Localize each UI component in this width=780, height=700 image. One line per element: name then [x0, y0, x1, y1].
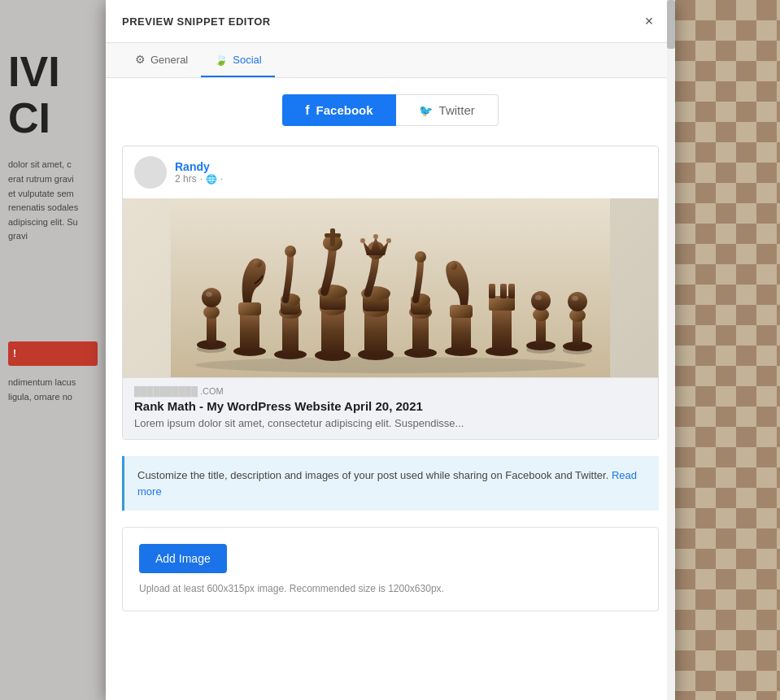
fb-meta-separator: · — [200, 173, 203, 185]
bg-paragraph1: dolor sit amet, cerat rutrum graviet vul… — [8, 158, 98, 244]
tab-general-label: General — [150, 54, 188, 66]
svg-rect-44 — [451, 315, 471, 351]
svg-rect-52 — [508, 284, 515, 298]
svg-rect-48 — [492, 308, 512, 351]
fb-username: Randy — [175, 160, 223, 173]
tab-social[interactable]: 🍃 Social — [201, 43, 274, 77]
bg-title: IVI CI — [8, 49, 98, 141]
fb-card-title: Rank Math - My WordPress Website April 2… — [134, 399, 647, 413]
svg-point-34 — [373, 234, 378, 239]
svg-point-6 — [202, 288, 221, 307]
svg-point-63 — [568, 292, 587, 311]
fb-preview-image — [123, 198, 658, 377]
social-icon: 🍃 — [214, 53, 228, 66]
bg-left-panel: IVI CI dolor sit amet, cerat rutrum grav… — [0, 0, 106, 700]
svg-point-42 — [418, 252, 423, 257]
fb-domain: ██████████ .COM — [134, 386, 647, 396]
svg-point-11 — [254, 259, 262, 267]
close-button[interactable]: × — [639, 11, 659, 31]
globe-icon: 🌐 — [206, 174, 217, 185]
svg-rect-50 — [489, 284, 495, 298]
fb-meta: 2 hrs · 🌐 · — [175, 173, 223, 185]
facebook-preview-card: Randy 2 hrs · 🌐 · — [122, 146, 659, 440]
modal-tabs: ⚙ General 🍃 Social — [106, 43, 675, 78]
svg-point-57 — [531, 291, 551, 311]
svg-point-33 — [360, 238, 365, 243]
twitter-button-label: Twitter — [439, 103, 475, 117]
modal-body: f Facebook 🐦 Twitter Randy 2 hrs · 🌐 — [106, 78, 675, 700]
fb-card-header: Randy 2 hrs · 🌐 · — [123, 146, 658, 198]
info-box: Customize the title, description and ima… — [122, 456, 659, 511]
modal-scrollbar[interactable] — [667, 0, 675, 700]
tab-general[interactable]: ⚙ General — [122, 43, 201, 77]
svg-point-18 — [288, 246, 293, 251]
facebook-button[interactable]: f Facebook — [282, 94, 395, 126]
svg-point-7 — [206, 292, 212, 297]
fb-card-footer: ██████████ .COM Rank Math - My WordPress… — [123, 377, 658, 439]
svg-point-35 — [386, 238, 391, 243]
bg-cta-button[interactable]: ! — [8, 341, 98, 366]
bg-paragraph2: ndimentum lacusligula, ornare no — [8, 376, 98, 404]
fb-time: 2 hrs — [175, 173, 197, 185]
tab-social-label: Social — [233, 54, 261, 66]
svg-point-58 — [535, 295, 542, 300]
svg-rect-26 — [325, 233, 341, 237]
facebook-button-label: Facebook — [316, 103, 373, 117]
twitter-bird-icon: 🐦 — [419, 104, 433, 117]
modal-scrollbar-thumb[interactable] — [667, 0, 675, 49]
modal-header: PREVIEW SNIPPET EDITOR × — [106, 0, 675, 43]
add-image-section: Add Image Upload at least 600x315px imag… — [122, 527, 659, 611]
svg-point-46 — [449, 262, 457, 270]
fb-dot: · — [220, 173, 223, 185]
svg-rect-9 — [240, 312, 259, 351]
svg-point-64 — [572, 296, 578, 301]
gear-icon: ⚙ — [135, 53, 146, 66]
svg-point-1 — [195, 357, 586, 373]
social-platform-buttons: f Facebook 🐦 Twitter — [122, 94, 659, 126]
preview-snippet-editor-modal: PREVIEW SNIPPET EDITOR × ⚙ General 🍃 Soc… — [106, 0, 675, 700]
svg-rect-10 — [238, 302, 261, 315]
svg-rect-45 — [450, 305, 473, 318]
fb-card-description: Lorem ipsum dolor sit amet, consectetur … — [134, 416, 647, 431]
svg-rect-51 — [500, 284, 507, 298]
facebook-f-icon: f — [305, 103, 309, 118]
fb-user-info: Randy 2 hrs · 🌐 · — [175, 160, 223, 185]
modal-title: PREVIEW SNIPPET EDITOR — [122, 15, 271, 28]
svg-point-5 — [203, 306, 220, 319]
add-image-button[interactable]: Add Image — [139, 544, 227, 573]
avatar — [134, 156, 167, 189]
twitter-button[interactable]: 🐦 Twitter — [396, 94, 499, 126]
chess-pieces-svg — [123, 198, 658, 377]
info-text: Customize the title, description and ima… — [137, 469, 608, 481]
upload-hint: Upload at least 600x315px image. Recomme… — [139, 583, 642, 594]
